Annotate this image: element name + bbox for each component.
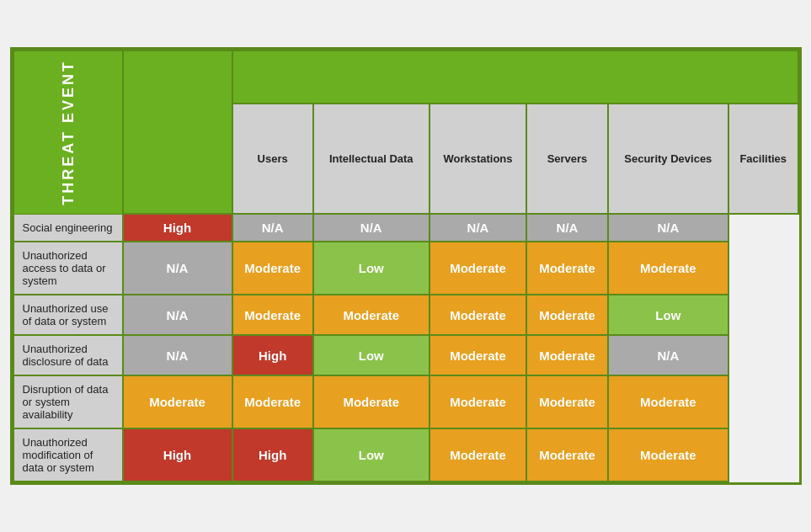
risk-cell: Moderate: [430, 242, 527, 295]
risk-cell: High: [232, 335, 313, 375]
column-header: Users: [232, 104, 313, 214]
risk-cell: Moderate: [526, 428, 607, 481]
risk-cell: Moderate: [526, 242, 607, 295]
risk-cell: Moderate: [526, 335, 607, 375]
risk-cell: Moderate: [430, 428, 527, 481]
risk-cell: Moderate: [526, 295, 607, 335]
risk-cell: N/A: [123, 295, 232, 335]
table-row: Unauthorized access to data or systemN/A…: [13, 242, 798, 295]
threat-label: Unauthorized access to data or system: [13, 242, 123, 295]
risk-cell: Low: [608, 295, 728, 335]
threat-event-label: THREAT EVENT: [13, 51, 123, 215]
risk-cell: N/A: [123, 335, 232, 375]
column-header: Security Devices: [608, 104, 728, 214]
risk-cell: Moderate: [232, 295, 313, 335]
column-header: Intellectual Data: [313, 104, 430, 214]
risk-cell: N/A: [608, 335, 728, 375]
risk-cell: Moderate: [608, 242, 728, 295]
risk-cell: Low: [313, 242, 430, 295]
column-header: Facilities: [728, 104, 798, 214]
risk-cell: Moderate: [430, 295, 527, 335]
risk-cell: High: [123, 428, 232, 481]
risk-cell: N/A: [313, 214, 430, 242]
risk-cell: N/A: [608, 214, 728, 242]
threat-label: Unauthorized use of data or system: [13, 295, 123, 335]
risk-cell: Moderate: [313, 375, 430, 428]
risk-cell: Moderate: [430, 335, 527, 375]
threat-label: Unauthorized disclosure of data: [13, 335, 123, 375]
table-row: Unauthorized disclosure of dataN/AHighLo…: [13, 335, 798, 375]
table-row: Unauthorized use of data or systemN/AMod…: [13, 295, 798, 335]
table-row: Disruption of data or system availabilit…: [13, 375, 798, 428]
risk-cell: Moderate: [313, 295, 430, 335]
risk-cell: Moderate: [430, 375, 527, 428]
threat-label: Unauthorized modification of data or sys…: [13, 428, 123, 481]
risk-cell: N/A: [430, 214, 527, 242]
risk-cell: Moderate: [232, 375, 313, 428]
risk-cell: Low: [313, 335, 430, 375]
risk-cell: Moderate: [123, 375, 232, 428]
matrix-title: [123, 51, 232, 215]
risk-cell: High: [123, 214, 232, 242]
table-row: Social engineeringHighN/AN/AN/AN/AN/A: [13, 214, 798, 242]
risk-cell: N/A: [232, 214, 313, 242]
column-header: Workstations: [430, 104, 527, 214]
risk-cell: Moderate: [608, 428, 728, 481]
threat-label: Disruption of data or system availabilit…: [13, 375, 123, 428]
table-row: Unauthorized modification of data or sys…: [13, 428, 798, 481]
risk-cell: Moderate: [608, 375, 728, 428]
risk-cell: Moderate: [232, 242, 313, 295]
risk-cell: N/A: [526, 214, 607, 242]
threat-matrix: THREAT EVENT UsersIntellectual DataWorks…: [10, 47, 802, 486]
risk-cell: Low: [313, 428, 430, 481]
column-header: Servers: [526, 104, 607, 214]
risk-cell: N/A: [123, 242, 232, 295]
risk-cell: High: [232, 428, 313, 481]
risk-cell: Moderate: [526, 375, 607, 428]
assets-header: [232, 51, 798, 104]
threat-label: Social engineering: [13, 214, 123, 242]
